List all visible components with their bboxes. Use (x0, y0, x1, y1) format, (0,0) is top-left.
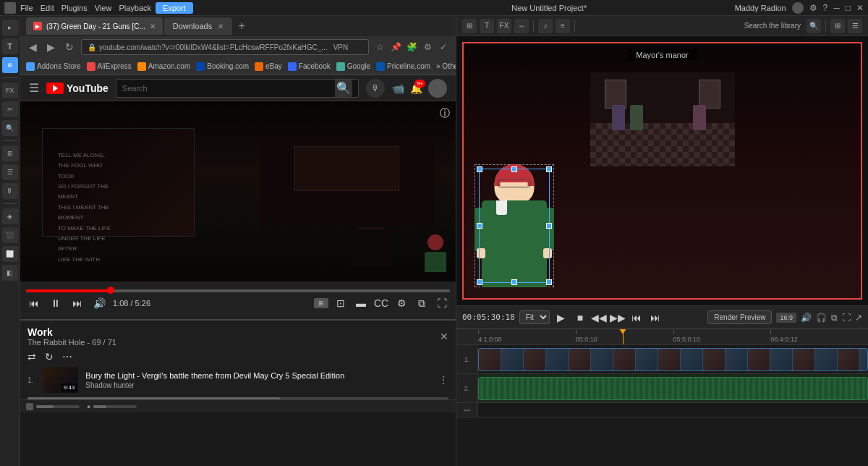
youtube-create-icon[interactable]: 📹 (392, 82, 404, 94)
toolbar-audio-btn[interactable]: ♪ (538, 19, 553, 33)
preview-export-icon[interactable]: ↗ (855, 313, 862, 323)
skip-forward-button[interactable]: ⏭ (69, 295, 85, 311)
np-shuffle-icon[interactable]: ⇄ (27, 351, 36, 363)
fullscreen-button[interactable]: ⛶ (434, 295, 450, 311)
user-avatar-icon[interactable] (792, 2, 804, 14)
tool-text[interactable]: T (2, 38, 18, 54)
tool-layer[interactable]: ☰ (2, 164, 18, 180)
youtube-search-button[interactable]: 🔍 (335, 80, 352, 97)
audio-clip-1[interactable] (478, 377, 868, 400)
menu-file[interactable]: File (20, 4, 33, 12)
character-overlay[interactable] (475, 164, 554, 287)
bookmark-amazon[interactable]: Amazon.com (137, 62, 190, 71)
toolbar-media-btn[interactable]: ⊞ (462, 19, 477, 33)
bookmark-priceline[interactable]: Priceline.com (376, 62, 430, 71)
prev-step-back-button[interactable]: ◀◀ (592, 310, 606, 325)
tool-mic[interactable]: 🎙 (2, 183, 18, 199)
toolbar-transition-btn[interactable]: ↔ (514, 19, 529, 33)
timeline-playhead[interactable] (623, 329, 624, 344)
pin-icon[interactable]: 📌 (389, 41, 402, 54)
hamburger-icon[interactable]: ☰ (29, 81, 39, 95)
prev-stop-button[interactable]: ■ (573, 310, 587, 325)
bookmark-aliexpress[interactable]: AliExpress (87, 62, 132, 71)
bookmark-google[interactable]: Google (336, 62, 370, 71)
prev-step-forward-button[interactable]: ▶▶ (610, 310, 625, 325)
tool-select[interactable]: ⊕ (2, 57, 18, 73)
np-more-icon[interactable]: ⋯ (62, 351, 72, 363)
skip-back-button[interactable]: ⏮ (26, 295, 42, 311)
address-bar[interactable]: 🔒 youtube.com/watch?v=r00lkilDxW4&list=P… (81, 39, 369, 55)
np-repeat-icon[interactable]: ↻ (45, 351, 54, 363)
toolbar-fx-btn[interactable]: FX (497, 19, 511, 33)
track-content-audio-1[interactable] (478, 374, 868, 402)
bookmark-booking[interactable]: Booking.com (196, 62, 249, 71)
new-tab-button[interactable]: + (234, 18, 250, 34)
minimize-icon[interactable]: ─ (833, 3, 840, 13)
video-clip[interactable] (478, 348, 868, 371)
preview-headphone-icon[interactable]: 🎧 (816, 313, 827, 323)
menu-playback[interactable]: Playback (119, 4, 151, 12)
nav-back[interactable]: ◀ (26, 40, 40, 54)
close-icon[interactable]: ✕ (856, 3, 864, 13)
toolbar-text-btn[interactable]: T (480, 19, 494, 33)
volume-button[interactable]: 🔊 (91, 295, 107, 311)
tool-arrow[interactable]: ▸ (2, 20, 18, 35)
toolbar-list-btn[interactable]: ☰ (848, 19, 862, 33)
toolbar-search-btn[interactable]: 🔍 (807, 19, 821, 33)
miniplayer-button[interactable]: ⊡ (333, 295, 349, 311)
toolbar-grid-btn[interactable]: ⊞ (830, 19, 845, 33)
tab-close-downloads[interactable]: ✕ (218, 22, 224, 30)
bookmark-facebook[interactable]: Facebook (288, 62, 331, 71)
status-slider[interactable] (36, 405, 80, 408)
youtube-user-avatar[interactable] (428, 79, 447, 98)
cc-button[interactable]: CC (373, 295, 389, 311)
youtube-mic-button[interactable]: 🎙 (366, 79, 385, 98)
menu-view[interactable]: View (95, 4, 112, 12)
tool-cut[interactable]: ✂ (2, 101, 18, 117)
menu-edit[interactable]: Edit (41, 4, 54, 12)
browser-tab-downloads[interactable]: Downloads ✕ (164, 17, 232, 35)
video-progress-bar[interactable] (26, 289, 450, 292)
nav-forward[interactable]: ▶ (44, 40, 58, 54)
menu-plugins[interactable]: Plugins (61, 4, 88, 12)
youtube-notifications-icon[interactable]: 🔔 9+ (410, 82, 422, 94)
tool-misc3[interactable]: ⬜ (2, 246, 18, 262)
export-button[interactable]: Export (156, 2, 193, 14)
tool-anchor[interactable]: ⊞ (2, 145, 18, 161)
bookmark-other[interactable]: » Other bookmarks (436, 62, 456, 70)
preview-fit-select[interactable]: Fit (519, 310, 550, 324)
prev-skip-back-button[interactable]: ⏮ (629, 310, 644, 325)
extension-icon[interactable]: 🧩 (405, 41, 418, 54)
sync-icon[interactable]: ✓ (437, 41, 450, 54)
settings-icon[interactable]: ⚙ (421, 41, 434, 54)
tool-misc1[interactable]: ◈ (2, 208, 18, 224)
track-content-extra[interactable] (478, 403, 868, 417)
preview-fullscreen-icon[interactable]: ⛶ (842, 313, 851, 323)
nav-refresh[interactable]: ↻ (62, 40, 77, 54)
track-content-video[interactable] (478, 345, 868, 373)
tool-zoom[interactable]: 🔍 (2, 120, 18, 136)
settings-video-button[interactable]: ⚙ (393, 295, 409, 311)
tab-close-youtube[interactable]: ✕ (150, 22, 156, 30)
settings-icon[interactable]: ⚙ (809, 3, 817, 13)
now-playing-close[interactable]: ✕ (440, 331, 448, 342)
browser-tab-youtube[interactable]: ▶ (37) Green Day - 21 Guns [C... ✕ (26, 17, 163, 35)
video-info-icon[interactable]: ⓘ (440, 107, 450, 120)
np-track-more-button[interactable]: ⋮ (438, 374, 448, 386)
star-icon[interactable]: ☆ (373, 41, 386, 54)
theater-button[interactable]: ▬ (353, 295, 369, 311)
pip-button[interactable]: ⧉ (414, 295, 430, 311)
prev-skip-forward-button[interactable]: ⏭ (648, 310, 663, 325)
preview-pip-icon[interactable]: ⧉ (831, 313, 838, 323)
preview-volume-button[interactable]: 🔊 (801, 313, 812, 323)
bookmark-addons[interactable]: Addons Store (26, 62, 81, 71)
render-preview-button[interactable]: Render Preview (707, 310, 772, 324)
status-zoom-slider[interactable] (93, 405, 137, 408)
youtube-logo[interactable]: YouTube (46, 82, 109, 94)
play-pause-button[interactable]: ⏸ (48, 295, 64, 311)
tool-misc2[interactable]: ⬛ (2, 227, 18, 243)
help-icon[interactable]: ? (823, 3, 828, 13)
bookmark-ebay[interactable]: eBay (255, 62, 282, 71)
prev-play-button[interactable]: ▶ (554, 310, 569, 325)
youtube-search-bar[interactable]: Search 🔍 (116, 79, 359, 98)
